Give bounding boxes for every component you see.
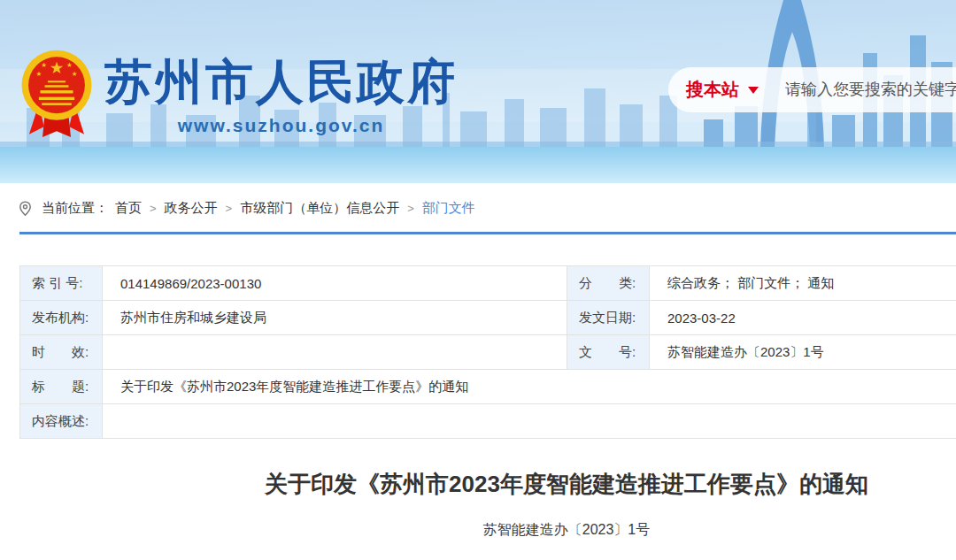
table-row: 发布机构: 苏州市住房和城乡建设局 发文日期: 2023-03-22 bbox=[20, 301, 956, 335]
section-divider bbox=[19, 232, 956, 234]
search-input[interactable] bbox=[785, 81, 956, 99]
table-row: 时 效: 文 号: 苏智能建造办〔2023〕1号 bbox=[20, 335, 956, 370]
table-row: 内容概述: bbox=[20, 404, 956, 439]
meta-value-index-number: 014149869/2023-00130 bbox=[103, 266, 567, 301]
breadcrumb: 当前位置： 首页 > 政务公开 > 市级部门（单位）信息公开 > 部门文件 bbox=[18, 200, 956, 217]
site-url: www.suzhou.gov.cn bbox=[104, 115, 458, 136]
doc-meta-table: 索 引 号: 014149869/2023-00130 分 类: 综合政务； 部… bbox=[19, 265, 956, 439]
meta-label-doc-number: 文 号: bbox=[567, 335, 650, 370]
search-scope-label: 搜本站 bbox=[686, 78, 739, 102]
meta-label-issuing-agency: 发布机构: bbox=[20, 301, 103, 335]
breadcrumb-separator: > bbox=[407, 202, 414, 215]
svg-text:★: ★ bbox=[50, 58, 65, 77]
meta-value-doc-number: 苏智能建造办〔2023〕1号 bbox=[650, 335, 956, 370]
svg-text:★: ★ bbox=[72, 70, 78, 78]
svg-text:★: ★ bbox=[66, 61, 73, 69]
chevron-down-icon bbox=[748, 87, 759, 94]
meta-value-title: 关于印发《苏州市2023年度智能建造推进工作要点》的通知 bbox=[103, 370, 956, 404]
breadcrumb-item-current[interactable]: 部门文件 bbox=[422, 200, 475, 217]
meta-label-category: 分 类: bbox=[567, 266, 650, 301]
search-bar: 搜本站 bbox=[668, 67, 956, 112]
breadcrumb-item-departments[interactable]: 市级部门（单位）信息公开 bbox=[240, 200, 399, 217]
site-logo-link[interactable]: ★ ★ ★ ★ ★ 苏州市人民政府 www.suzhou.gov.cn bbox=[19, 48, 458, 143]
location-pin-icon bbox=[18, 201, 33, 217]
breadcrumb-item-gov-info[interactable]: 政务公开 bbox=[165, 200, 218, 217]
meta-value-summary bbox=[103, 404, 956, 439]
meta-label-index-number: 索 引 号: bbox=[20, 266, 103, 301]
meta-value-issue-date: 2023-03-22 bbox=[650, 301, 956, 335]
breadcrumb-prefix: 当前位置： bbox=[42, 200, 108, 217]
meta-label-validity: 时 效: bbox=[20, 335, 103, 370]
meta-label-title: 标 题: bbox=[20, 370, 103, 404]
meta-label-summary: 内容概述: bbox=[20, 404, 103, 439]
site-title: 苏州市人民政府 bbox=[104, 57, 458, 107]
breadcrumb-separator: > bbox=[226, 202, 233, 215]
breadcrumb-item-home[interactable]: 首页 bbox=[115, 200, 142, 217]
meta-value-issuing-agency: 苏州市住房和城乡建设局 bbox=[103, 301, 567, 335]
table-row: 标 题: 关于印发《苏州市2023年度智能建造推进工作要点》的通知 bbox=[20, 370, 956, 404]
breadcrumb-separator: > bbox=[150, 202, 157, 215]
table-row: 索 引 号: 014149869/2023-00130 分 类: 综合政务； 部… bbox=[20, 266, 956, 301]
search-scope-dropdown[interactable]: 搜本站 bbox=[686, 78, 759, 102]
article-doc-number: 苏智能建造办〔2023〕1号 bbox=[19, 521, 956, 540]
meta-value-category: 综合政务； 部门文件； 通知 bbox=[650, 266, 956, 301]
meta-value-validity bbox=[103, 335, 567, 370]
svg-text:★: ★ bbox=[41, 61, 47, 69]
svg-text:★: ★ bbox=[35, 70, 42, 78]
site-header: ★ ★ ★ ★ ★ 苏州市人民政府 www.suzhou.gov.cn 搜本站 bbox=[0, 0, 956, 183]
national-emblem-icon: ★ ★ ★ ★ ★ bbox=[19, 48, 94, 143]
article-title: 关于印发《苏州市2023年度智能建造推进工作要点》的通知 bbox=[19, 469, 956, 500]
meta-label-issue-date: 发文日期: bbox=[567, 301, 650, 335]
